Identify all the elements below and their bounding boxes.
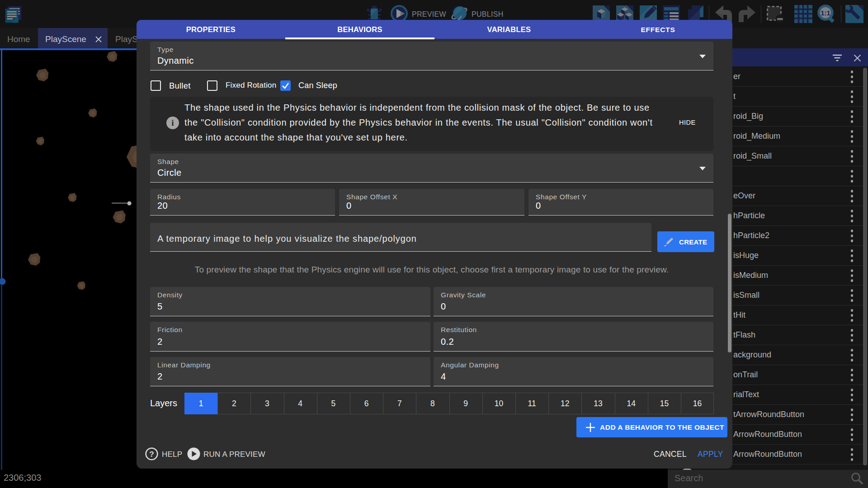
svg-text:1:1: 1:1 — [821, 9, 830, 17]
svg-text:?: ? — [149, 450, 154, 459]
